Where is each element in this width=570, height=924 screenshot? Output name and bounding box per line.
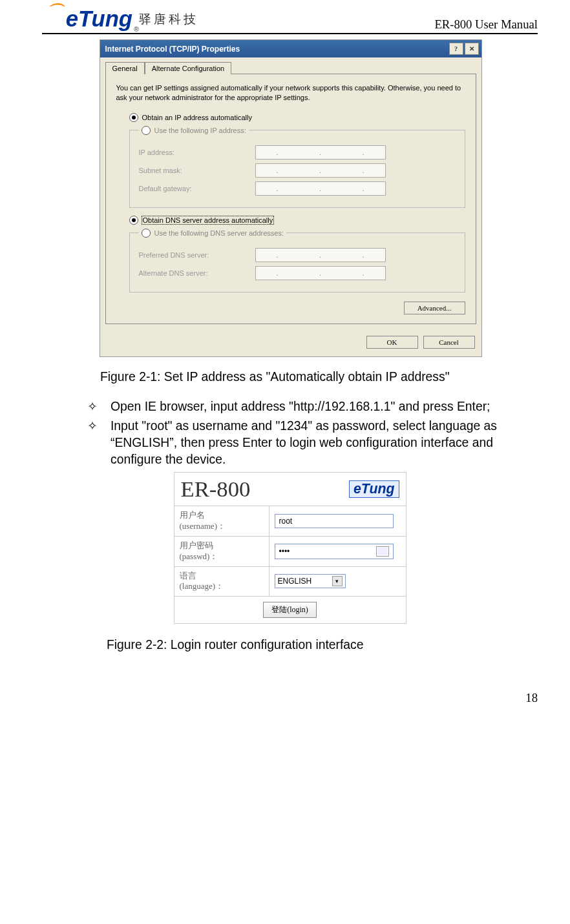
wifi-arc-icon: ⌒ xyxy=(46,2,63,21)
preferred-dns-label: Preferred DNS server: xyxy=(139,251,255,259)
static-ip-group: Use the following IP address: IP address… xyxy=(129,126,465,208)
subnet-field: Subnet mask: ... xyxy=(139,163,456,178)
static-dns-group: Use the following DNS server addresses: … xyxy=(129,229,465,293)
username-label: 用户名 (username)： xyxy=(174,506,269,536)
login-screenshot: ER-800 eTung 用户名 (username)： root 用户密码 (… xyxy=(174,472,406,624)
username-value: root xyxy=(279,517,293,526)
document-title: ER-800 User Manual xyxy=(434,17,538,32)
gateway-label: Default gateway: xyxy=(139,185,255,192)
ip-address-field: IP address: ... xyxy=(139,145,456,159)
gateway-input[interactable]: ... xyxy=(255,181,386,196)
language-value: ENGLISH xyxy=(278,577,312,586)
radio-obtain-ip-auto[interactable]: Obtain an IP address automatically xyxy=(129,113,465,122)
radio-checked-icon xyxy=(129,113,138,122)
tab-alternate[interactable]: Alternate Configuration xyxy=(145,62,232,74)
product-name: ER-800 xyxy=(181,477,251,502)
radio-checked-icon xyxy=(129,216,138,225)
radio-static-ip-label: Use the following IP address: xyxy=(154,127,246,134)
close-button[interactable]: ✕ xyxy=(465,43,479,55)
password-row: 用户密码 (passwd)： •••• xyxy=(174,537,406,567)
radio-use-static-ip[interactable]: Use the following IP address: xyxy=(142,126,246,135)
password-label: 用户密码 (passwd)： xyxy=(174,537,269,566)
language-select[interactable]: ENGLISH ▾ xyxy=(275,574,346,588)
dialog-titlebar: Internet Protocol (TCP/IP) Properties ? … xyxy=(100,40,481,57)
password-value: •••• xyxy=(279,547,290,556)
language-row: 语言 (language)： ENGLISH ▾ xyxy=(174,567,406,597)
diamond-bullet-icon: ✧ xyxy=(87,398,111,415)
figure-2-1-caption: Figure 2-1: Set IP address as "Automatic… xyxy=(100,370,538,384)
username-row: 用户名 (username)： root xyxy=(174,506,406,537)
close-icon: ✕ xyxy=(469,45,474,52)
chevron-down-icon: ▾ xyxy=(332,576,343,586)
logo-chinese: 驿唐科技 xyxy=(139,11,198,28)
tcpip-dialog-screenshot: Internet Protocol (TCP/IP) Properties ? … xyxy=(100,39,481,357)
radio-static-dns-label: Use the following DNS server addresses: xyxy=(154,229,284,237)
etung-small-logo: eTung xyxy=(349,480,399,498)
gateway-field: Default gateway: ... xyxy=(139,181,456,196)
step1-text: Open IE browser, input address "http://1… xyxy=(111,398,490,415)
instruction-step-2: ✧ Input "root" as username and "1234" as… xyxy=(87,418,538,468)
dialog-description: You can get IP settings assigned automat… xyxy=(116,83,465,103)
tab-panel-general: You can get IP settings assigned automat… xyxy=(105,74,476,324)
username-input[interactable]: root xyxy=(275,514,394,528)
help-button[interactable]: ? xyxy=(449,43,463,55)
login-header: ER-800 eTung xyxy=(174,473,406,506)
radio-auto-dns-label: Obtain DNS server address automatically xyxy=(142,216,274,224)
etung-logo: ⌒ eTung® xyxy=(42,6,132,32)
login-button[interactable]: 登陆(login) xyxy=(263,602,317,618)
ok-button[interactable]: OK xyxy=(366,336,418,349)
instruction-list: ✧ Open IE browser, input address "http:/… xyxy=(87,398,538,468)
password-input[interactable]: •••• xyxy=(275,544,394,559)
alternate-dns-input[interactable]: ... xyxy=(255,266,386,280)
radio-auto-ip-label: Obtain an IP address automatically xyxy=(142,114,252,121)
cancel-button[interactable]: Cancel xyxy=(423,336,475,349)
radio-obtain-dns-auto[interactable]: Obtain DNS server address automatically xyxy=(129,216,465,225)
subnet-input[interactable]: ... xyxy=(255,163,386,178)
logo-text: eTung xyxy=(66,6,132,31)
diamond-bullet-icon: ✧ xyxy=(87,418,111,468)
preferred-dns-field: Preferred DNS server: ... xyxy=(139,248,456,262)
logo-block: ⌒ eTung® 驿唐科技 xyxy=(42,6,198,32)
help-icon: ? xyxy=(454,45,458,52)
subnet-label: Subnet mask: xyxy=(139,167,255,174)
language-label: 语言 (language)： xyxy=(174,567,269,597)
page-number: 18 xyxy=(42,691,538,705)
keyboard-icon[interactable] xyxy=(376,546,389,557)
radio-unchecked-icon xyxy=(142,229,151,238)
instruction-step-1: ✧ Open IE browser, input address "http:/… xyxy=(87,398,538,415)
tabs-row: General Alternate Configuration xyxy=(100,57,481,74)
step2-text: Input "root" as username and "1234" as p… xyxy=(111,418,538,468)
advanced-button[interactable]: Advanced... xyxy=(404,302,465,314)
tab-general[interactable]: General xyxy=(105,62,145,74)
preferred-dns-input[interactable]: ... xyxy=(255,248,386,262)
radio-use-static-dns[interactable]: Use the following DNS server addresses: xyxy=(142,229,284,238)
alternate-dns-field: Alternate DNS server: ... xyxy=(139,266,456,280)
page-header: ⌒ eTung® 驿唐科技 ER-800 User Manual xyxy=(42,6,538,34)
radio-unchecked-icon xyxy=(142,126,151,135)
registered-icon: ® xyxy=(134,25,139,33)
figure-2-2-caption: Figure 2-2: Login router configuration i… xyxy=(107,638,538,652)
ip-address-input[interactable]: ... xyxy=(255,145,386,159)
dialog-title: Internet Protocol (TCP/IP) Properties xyxy=(105,45,240,54)
alternate-dns-label: Alternate DNS server: xyxy=(139,269,255,277)
ip-address-label: IP address: xyxy=(139,149,255,156)
